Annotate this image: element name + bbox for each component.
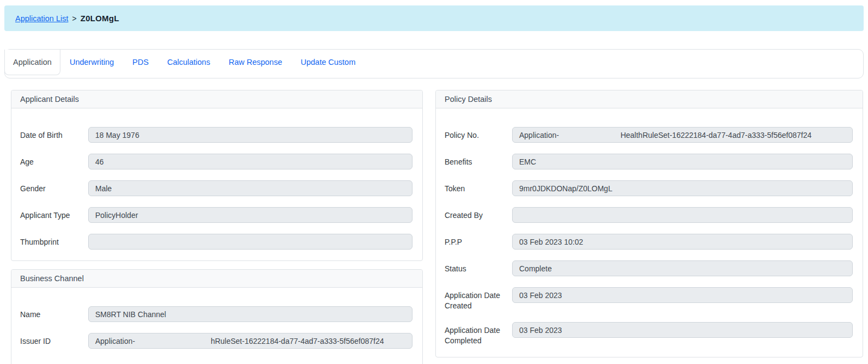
field-label: Application Date Completed <box>445 322 512 346</box>
field-label: Application Date Created <box>445 287 512 311</box>
field-label: Policy No. <box>445 127 512 141</box>
field-row-benefits: BenefitsEMC <box>445 154 853 169</box>
field-row-p-p-p: P.P.P03 Feb 2023 10:02 <box>445 234 853 250</box>
tab-calculations[interactable]: Calculations <box>158 50 219 75</box>
value-prefix: Application- <box>95 337 135 345</box>
status-input[interactable]: Complete <box>512 260 853 276</box>
panel-title: Policy Details <box>436 90 863 108</box>
gender-input[interactable]: Male <box>88 180 413 196</box>
tab-bar: ApplicationUnderwritingPDSCalculationsRa… <box>4 49 864 78</box>
panel-body: Date of Birth18 May 1976Age46GenderMaleA… <box>11 108 422 250</box>
field-row-issuer-id: Issuer IDApplication-hRuleSet-16222184-d… <box>20 333 413 349</box>
value-suffix: HealthRuleSet-16222184-da77-4ad7-a333-5f… <box>620 131 811 139</box>
field-row-policy-no: Policy No.Application-HealthRuleSet-1622… <box>445 127 853 143</box>
application-date-created-input[interactable]: 03 Feb 2023 <box>512 287 853 303</box>
tab-raw-response[interactable]: Raw Response <box>219 50 291 75</box>
field-label: Status <box>445 260 512 274</box>
panel-body: NameSM8RT NIB ChannelIssuer IDApplicatio… <box>11 288 422 364</box>
token-input[interactable]: 9mr0JDKDONap/Z0LOMgL <box>512 180 853 196</box>
panel-body: Policy No.Application-HealthRuleSet-1622… <box>436 108 863 346</box>
field-label: Name <box>20 306 88 320</box>
panel-title: Applicant Details <box>11 90 422 108</box>
date-of-birth-input[interactable]: 18 May 1976 <box>88 127 413 143</box>
field-label: Applicant Type <box>20 207 88 221</box>
breadcrumb-separator: > <box>72 14 77 23</box>
applicant-type-input[interactable]: PolicyHolder <box>88 207 413 223</box>
left-column: Applicant Details Date of Birth18 May 19… <box>11 90 423 364</box>
tab-pds[interactable]: PDS <box>123 50 158 75</box>
business-channel-panel: Business Channel NameSM8RT NIB ChannelIs… <box>11 269 423 364</box>
breadcrumb-application-list-link[interactable]: Application List <box>15 14 69 23</box>
field-label: Thumbprint <box>20 234 88 247</box>
tab-underwriting[interactable]: Underwriting <box>60 50 123 75</box>
field-label: Benefits <box>445 154 512 167</box>
field-row-application-date-completed: Application Date Completed03 Feb 2023 <box>445 322 853 346</box>
redacted-gap <box>559 135 620 135</box>
p-p-p-input[interactable]: 03 Feb 2023 10:02 <box>512 234 853 250</box>
field-label: Gender <box>20 180 88 194</box>
field-row-applicant-type: Applicant TypePolicyHolder <box>20 207 413 223</box>
field-row-gender: GenderMale <box>20 180 413 196</box>
field-label: Token <box>445 180 512 194</box>
value-prefix: Application- <box>519 131 559 139</box>
policy-no-input[interactable]: Application-HealthRuleSet-16222184-da77-… <box>512 127 853 143</box>
benefits-input[interactable]: EMC <box>512 154 853 169</box>
value-suffix: hRuleSet-16222184-da77-4ad7-a333-5f56ef0… <box>211 337 384 345</box>
policy-details-panel: Policy Details Policy No.Application-Hea… <box>435 90 863 357</box>
field-label: Age <box>20 154 88 167</box>
breadcrumb: Application List > Z0LOMgL <box>4 5 864 31</box>
field-row-created-by: Created By <box>445 207 853 223</box>
field-row-token: Token9mr0JDKDONap/Z0LOMgL <box>445 180 853 196</box>
field-label: Created By <box>445 207 512 221</box>
application-date-completed-input[interactable]: 03 Feb 2023 <box>512 322 853 338</box>
breadcrumb-current: Z0LOMgL <box>81 14 119 23</box>
applicant-details-panel: Applicant Details Date of Birth18 May 19… <box>11 90 423 261</box>
right-column: Policy Details Policy No.Application-Hea… <box>435 90 863 357</box>
field-row-name: NameSM8RT NIB Channel <box>20 306 413 322</box>
field-label: P.P.P <box>445 234 512 247</box>
field-label: Issuer ID <box>20 333 88 347</box>
tab-application[interactable]: Application <box>4 50 60 75</box>
main-content: Applicant Details Date of Birth18 May 19… <box>11 90 863 364</box>
name-input[interactable]: SM8RT NIB Channel <box>88 306 413 322</box>
issuer-id-input[interactable]: Application-hRuleSet-16222184-da77-4ad7-… <box>88 333 413 349</box>
created-by-input[interactable] <box>512 207 853 223</box>
field-row-date-of-birth: Date of Birth18 May 1976 <box>20 127 413 143</box>
field-row-thumbprint: Thumbprint <box>20 234 413 250</box>
age-input[interactable]: 46 <box>88 154 413 169</box>
field-row-age: Age46 <box>20 154 413 169</box>
thumbprint-input[interactable] <box>88 234 413 250</box>
field-row-application-date-created: Application Date Created03 Feb 2023 <box>445 287 853 311</box>
tab-update-custom[interactable]: Update Custom <box>292 50 365 75</box>
redacted-gap <box>135 341 211 341</box>
field-label: Date of Birth <box>20 127 88 141</box>
panel-title: Business Channel <box>11 270 422 288</box>
field-row-status: StatusComplete <box>445 260 853 276</box>
